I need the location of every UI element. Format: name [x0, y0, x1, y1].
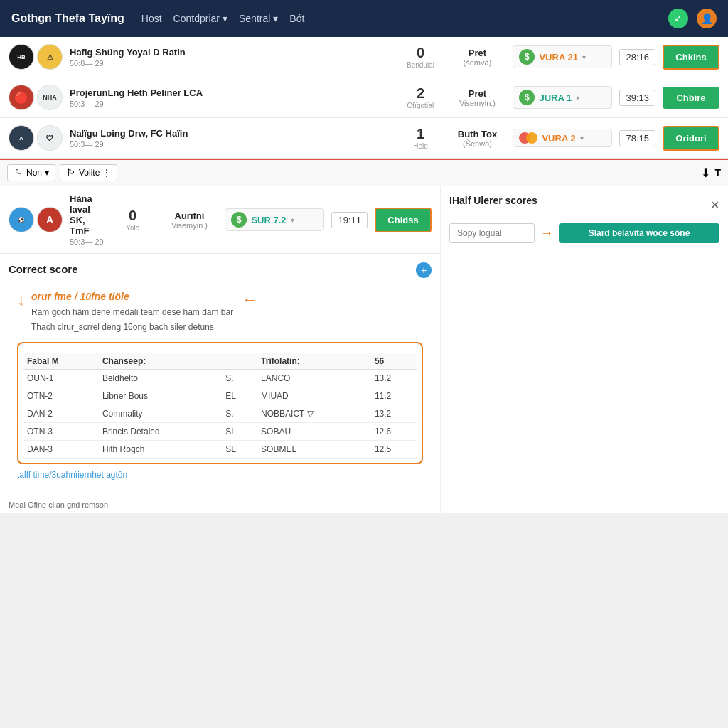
main-area: ⚽ A Hàna laval SK, TmF 50:3— 29 0 Yolc A… [0, 186, 728, 513]
match-row: HB ⚠ Hafig Shüng Yoyal D Ratin 50:8— 29 … [0, 37, 728, 77]
action-button-2[interactable]: Chbire [663, 87, 719, 109]
nav-contdpriar[interactable]: Contdpriar ▾ [173, 13, 228, 24]
toolbar: 🏳 Non ▾ 🏳 Volite ⋮ ⬇ T [0, 159, 728, 186]
more-icon: ⋮ [102, 168, 111, 178]
t-label[interactable]: T [714, 167, 721, 178]
match-score-label: Bendulal [399, 61, 441, 69]
match-type-main: Pret [449, 48, 505, 58]
match-type: Pret (šemvà) [449, 48, 505, 67]
match-type: Pret Visemyin.) [449, 88, 505, 107]
annotation-desc1: Ram goch hâm dene medalï team dese ham d… [31, 306, 233, 318]
check-icon: ✓ [668, 9, 688, 28]
close-icon[interactable]: ✕ [710, 198, 719, 212]
logo-team1: ⚽ [9, 207, 34, 232]
team-logos: 🔴 NHA [9, 85, 63, 110]
navbar: Gothgn Thefa Tayïng Host Contdpriar ▾ Se… [0, 0, 728, 37]
chevron-icon: ▾ [291, 216, 294, 224]
logo-team1: HB [9, 44, 34, 70]
action-button-3[interactable]: Oridori [663, 126, 719, 151]
match-type-sub: Visemyin.) [449, 99, 505, 107]
arrow-left-icon: ← [242, 291, 257, 309]
match-subtitle: 50:3— 29 [70, 237, 104, 246]
payment-label: VURA 2 [542, 133, 575, 144]
logo-team1: A [9, 125, 34, 151]
plus-button[interactable]: + [416, 262, 432, 278]
annotation-text: orur fme / 10fne tiöle [31, 291, 233, 302]
table-row: OUN-1BeldheltoS.LANCO13.2 [23, 369, 417, 387]
correct-score-title: Correct score [9, 263, 78, 275]
match-score-label: Yolc [111, 224, 154, 232]
nav-sentral[interactable]: Sentral ▾ [239, 13, 278, 24]
navbar-right: ✓ 👤 [668, 9, 717, 28]
match-subtitle: 50:3— 29 [70, 100, 392, 108]
half-scores-title: IHalf Ulerer scores [449, 195, 537, 206]
timer-display: 28:16 [619, 49, 655, 65]
match-score-box: 1 Held [399, 126, 441, 150]
payment-label: JURA 1 [539, 92, 572, 103]
chevron-icon: ▾ [580, 134, 584, 142]
team-logos: HB ⚠ [9, 44, 63, 70]
search-input[interactable] [449, 223, 535, 243]
dropdown-arrow: ▾ [45, 168, 49, 178]
payment-area: VURA 2 ▾ [513, 129, 612, 147]
toolbar-right: ⬇ T [701, 166, 721, 180]
volite-button[interactable]: 🏳 Volite ⋮ [60, 164, 117, 181]
match-score: 0 [399, 45, 441, 61]
non-button[interactable]: 🏳 Non ▾ [7, 164, 55, 181]
match-info: Hàna laval SK, TmF 50:3— 29 [70, 193, 104, 246]
mastercard-icon [519, 132, 537, 144]
score-table-container: Fabal M Chanseep: Trïfolatin: 56 OUN-1Be… [17, 342, 423, 464]
download-icon[interactable]: ⬇ [701, 166, 710, 180]
col-header-3 [221, 353, 257, 370]
more-link[interactable]: talff time/3uahnïiernhet agtôn [17, 470, 127, 480]
table-row: OTN-2Libner BousELMIUAD11.2 [23, 387, 417, 405]
match-score: 2 [399, 85, 441, 102]
col-header-1: Fabal M [23, 353, 98, 370]
featured-action-button[interactable]: Chidss [375, 208, 432, 232]
chevron-icon: ▾ [576, 94, 579, 102]
payment-area: $ SUR 7.2 ▾ [225, 208, 324, 231]
col-header-4: Trïfolatin: [257, 353, 370, 370]
match-title: ProjerunLng Héth Peliner LCA [70, 87, 392, 98]
arrow-right-annotation: → [540, 226, 553, 241]
match-type-sub: (Šenwa) [449, 139, 505, 148]
nav-bot[interactable]: Bót [289, 13, 304, 24]
annotation-desc2: Thach clrur_scrrel deng 16ong bach siler… [31, 321, 233, 333]
annotation-area: ↓ orur fme / 10fne tiöle Ram goch hâm de… [9, 284, 432, 487]
action-button-1[interactable]: Chkins [663, 45, 719, 70]
arrow-down-icon: ↓ [17, 291, 26, 308]
logo-team2: 🛡 [37, 125, 63, 151]
chevron-down-icon: ▾ [273, 13, 278, 24]
left-panel: ⚽ A Hàna laval SK, TmF 50:3— 29 0 Yolc A… [0, 186, 441, 513]
chevron-icon: ▾ [582, 53, 586, 61]
featured-match: ⚽ A Hàna laval SK, TmF 50:3— 29 0 Yolc A… [0, 186, 440, 254]
match-type-main: Pret [449, 88, 505, 99]
logo-team1: 🔴 [9, 85, 34, 110]
footer-note: Meal Ofine clian gnd remson [0, 496, 440, 513]
correct-score-section: Correct score + ↓ orur fme / 10fne tiöle… [0, 254, 440, 496]
non-label: Non [26, 168, 42, 178]
table-row: DAN-2CommalityS.NOBBAICT ▽13.2 [23, 405, 417, 422]
match-score-label: Otïgotïal [399, 102, 441, 109]
start-button[interactable]: Slard belavita woce söne [559, 223, 719, 243]
flag-icon2: 🏳 [66, 167, 76, 178]
match-subtitle: 50:3— 29 [70, 140, 392, 149]
timer-display: 39:13 [619, 90, 655, 106]
dollar-icon: $ [231, 212, 247, 228]
payment-label: SUR 7.2 [251, 215, 286, 225]
col-header-2: Chanseep: [98, 353, 221, 370]
match-info: Nalïgu Loing Drw, FC Haïin 50:3— 29 [70, 128, 392, 149]
match-info: Hafig Shüng Yoyal D Ratin 50:8— 29 [70, 47, 392, 68]
table-row: DAN-3Hith RogchSLSOBMEL12.5 [23, 440, 417, 458]
match-row: A 🛡 Nalïgu Loing Drw, FC Haïin 50:3— 29 … [0, 118, 728, 159]
match-score-box: 2 Otïgotïal [399, 85, 441, 109]
section-header: Correct score + [9, 262, 432, 278]
volite-label: Volite [79, 168, 100, 178]
nav-host[interactable]: Host [141, 13, 162, 24]
match-score-box: 0 Yolc [111, 208, 154, 232]
table-row: OTN-3Brincls DetaledSLSOBAU12.6 [23, 422, 417, 440]
match-type-main: Aurïfni [161, 210, 218, 221]
timer-display: 19:11 [331, 212, 368, 228]
match-title: Hafig Shüng Yoyal D Ratin [70, 47, 392, 58]
match-type-main: Buth Tox [449, 129, 505, 139]
